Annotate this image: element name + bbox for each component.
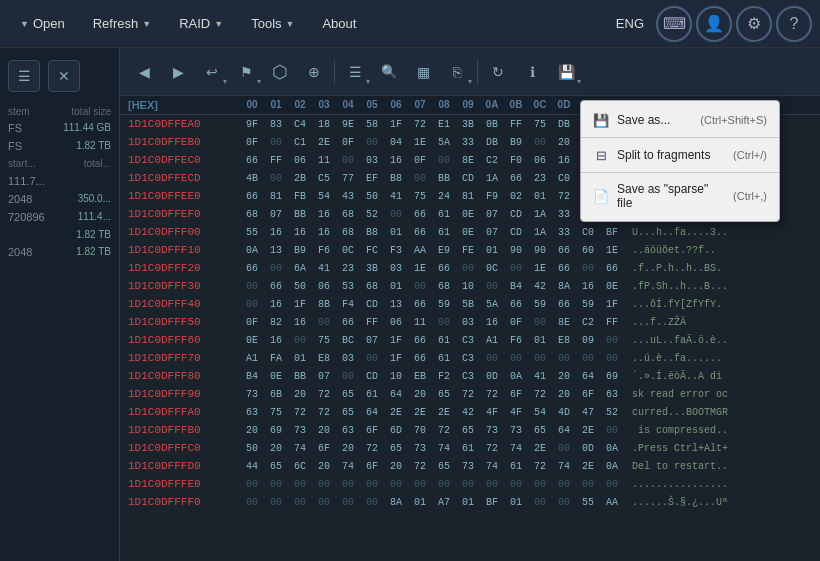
hex-row[interactable]: 1D1C0DFFFA06375727265642E2E2E424F4F544D4… xyxy=(120,403,820,421)
menu-item-about[interactable]: About xyxy=(310,8,368,39)
hex-byte: 72 xyxy=(408,461,432,472)
user-icon-button[interactable]: 👤 xyxy=(696,6,732,42)
forward-button[interactable]: ▶ xyxy=(162,56,194,88)
hex-byte: 1A xyxy=(528,209,552,220)
hex-row[interactable]: 1D1C0DFFF100A13B9F60CFCF3AAE9FE019090666… xyxy=(120,241,820,259)
hex-byte: 00 xyxy=(576,263,600,274)
hex-byte: 66 xyxy=(552,299,576,310)
hex-byte: 43 xyxy=(336,191,360,202)
hex-byte: 2E xyxy=(576,425,600,436)
sidebar-menu-button[interactable]: ☰ xyxy=(8,60,40,92)
hex-byte: 74 xyxy=(504,443,528,454)
copy-button[interactable]: ⎘ xyxy=(441,56,473,88)
sidebar-item-0[interactable]: FS 111.44 GB xyxy=(0,119,119,137)
hex-row[interactable]: 1D1C0DFFF500F82160066FF06110003160F008EC… xyxy=(120,313,820,331)
hex-byte: 65 xyxy=(264,461,288,472)
hex-row[interactable]: 1D1C0DFFFE000000000000000000000000000000… xyxy=(120,475,820,493)
menu-label-about: About xyxy=(322,16,356,31)
hex-address: 1D1C0DFFECD xyxy=(120,172,240,184)
hex-byte: 07 xyxy=(264,209,288,220)
hex-byte: 24 xyxy=(432,191,456,202)
hex-address: 1D1C0DFFF20 xyxy=(120,262,240,274)
save-as-menu-item[interactable]: 💾 Save as... (Ctrl+Shift+S) xyxy=(581,105,779,135)
keyboard-icon-button[interactable]: ⌨ xyxy=(656,6,692,42)
hex-row[interactable]: 1D1C0DFFF300066500653680100681000B4428A1… xyxy=(120,277,820,295)
sidebar-total-label: total... xyxy=(84,158,111,169)
hex-byte: 8A xyxy=(552,281,576,292)
hex-byte: 01 xyxy=(528,335,552,346)
hex-byte: 66 xyxy=(408,299,432,310)
sidebar-item-3[interactable]: 111.7... xyxy=(0,172,119,190)
hex-row[interactable]: 1D1C0DFFF80B40EBB0700CD10EBF2C30D0A41206… xyxy=(120,367,820,385)
sidebar-item-6[interactable]: 1.82 TB xyxy=(0,226,119,243)
sidebar-start-4: 2048 xyxy=(8,193,32,205)
hex-byte: C5 xyxy=(312,173,336,184)
menu-item-refresh[interactable]: Refresh ▼ xyxy=(81,8,163,39)
sidebar-start-7: 2048 xyxy=(8,246,32,258)
settings-icon-button[interactable]: ⚙ xyxy=(736,6,772,42)
save-file-button[interactable]: 💾 xyxy=(550,56,582,88)
hex-row[interactable]: 1D1C0DFFF2066006A41233B031E66000C001E660… xyxy=(120,259,820,277)
hex-byte: CD xyxy=(504,227,528,238)
hex-row[interactable]: 1D1C0DFFF600E160075BC071F6661C3A1F601E80… xyxy=(120,331,820,349)
hex-byte: 61 xyxy=(432,353,456,364)
back-button[interactable]: ◀ xyxy=(128,56,160,88)
hex-row[interactable]: 1D1C0DFFF4000161F8BF4CD1366595B5A6659665… xyxy=(120,295,820,313)
split-shortcut: (Ctrl+/) xyxy=(733,149,767,161)
hex-row[interactable]: 1D1C0DFFFC05020746F20726573746172742E000… xyxy=(120,439,820,457)
split-menu-item[interactable]: ⊟ Split to fragments (Ctrl+/) xyxy=(581,140,779,170)
hex-byte: 72 xyxy=(528,389,552,400)
sidebar-close-button[interactable]: ✕ xyxy=(48,60,80,92)
hex-byte: 66 xyxy=(240,155,264,166)
hex-byte: 73 xyxy=(456,461,480,472)
menu-label-refresh: Refresh xyxy=(93,16,139,31)
hex-byte: 0A xyxy=(240,245,264,256)
prev-bookmark-button[interactable]: ⬡ xyxy=(264,56,296,88)
hex-row[interactable]: 1D1C0DFFF70A1FA01E803001F6661C3000000000… xyxy=(120,349,820,367)
search-button[interactable]: 🔍 xyxy=(373,56,405,88)
sidebar-item-7[interactable]: 2048 1.82 TB xyxy=(0,243,119,261)
hex-byte: 9F xyxy=(240,119,264,130)
info-button[interactable]: ℹ xyxy=(516,56,548,88)
hex-byte: AA xyxy=(600,497,624,508)
menu-arrow-refresh: ▼ xyxy=(142,19,151,29)
hex-byte: BF xyxy=(600,227,624,238)
sidebar-item-2[interactable]: start... total... xyxy=(0,155,119,172)
hex-byte: 6F xyxy=(360,425,384,436)
bookmark-button[interactable]: ⚑ xyxy=(230,56,262,88)
hex-byte: 65 xyxy=(336,389,360,400)
menu-item-open[interactable]: ▼ Open xyxy=(8,8,77,39)
sidebar-size-4: 350.0... xyxy=(78,193,111,204)
layout-button[interactable]: ▦ xyxy=(407,56,439,88)
menu-item-raid[interactable]: RAID ▼ xyxy=(167,8,235,39)
hex-byte: 90 xyxy=(504,245,528,256)
hex-byte: B8 xyxy=(384,173,408,184)
hex-byte: 8B xyxy=(312,299,336,310)
sidebar-item-1[interactable]: FS 1.82 TB xyxy=(0,137,119,155)
hex-addr-header: [HEX] xyxy=(120,99,240,111)
sidebar-item-5[interactable]: 720896 111.4... xyxy=(0,208,119,226)
hex-ascii: .f..P.h..h..BS. xyxy=(624,263,722,274)
next-action-button[interactable]: ⊕ xyxy=(298,56,330,88)
menu-item-tools[interactable]: Tools ▼ xyxy=(239,8,306,39)
help-icon-button[interactable]: ? xyxy=(776,6,812,42)
hex-ascii: .fP.Sh..h...B... xyxy=(624,281,728,292)
hex-row[interactable]: 1D1C0DFFFF00000000000008A01A701BF0100005… xyxy=(120,493,820,511)
hex-row[interactable]: 1D1C0DFFFB020697320636F6D707265737365642… xyxy=(120,421,820,439)
save-sparse-menu-item[interactable]: 📄 Save as "sparse" file (Ctrl+,) xyxy=(581,175,779,217)
hex-byte: C2 xyxy=(480,155,504,166)
hex-row[interactable]: 1D1C0DFFF005516161668B80166610E07CD1A33C… xyxy=(120,223,820,241)
hex-byte: 72 xyxy=(432,425,456,436)
hex-byte: 00 xyxy=(240,281,264,292)
refresh-view-button[interactable]: ↻ xyxy=(482,56,514,88)
hex-byte: 00 xyxy=(336,479,360,490)
hex-byte: 0F xyxy=(240,137,264,148)
hex-row[interactable]: 1D1C0DFFFD044656C20746F20726573746172742… xyxy=(120,457,820,475)
sidebar-item-4[interactable]: 2048 350.0... xyxy=(0,190,119,208)
goto-button[interactable]: ↩ xyxy=(196,56,228,88)
hex-row[interactable]: 1D1C0DFFF90736B2072656164206572726F72206… xyxy=(120,385,820,403)
hex-byte: 47 xyxy=(576,407,600,418)
view-toggle-button[interactable]: ☰ xyxy=(339,56,371,88)
hex-byte: 01 xyxy=(288,353,312,364)
hex-byte: 00 xyxy=(480,281,504,292)
